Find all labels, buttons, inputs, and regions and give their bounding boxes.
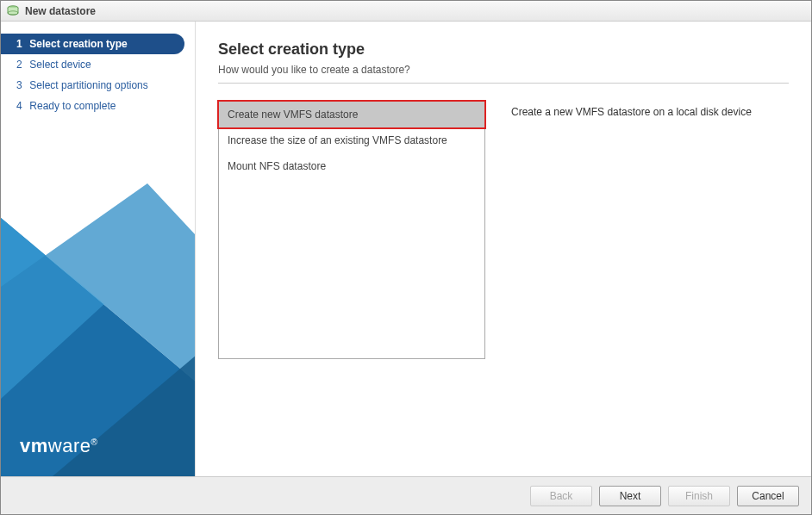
option-description: Create a new VMFS datastore on a local d… <box>511 101 789 359</box>
datastore-icon <box>6 4 20 18</box>
svg-marker-5 <box>53 356 196 476</box>
option-increase-vmfs-size[interactable]: Increase the size of an existing VMFS da… <box>219 127 484 153</box>
option-create-new-vmfs[interactable]: Create new VMFS datastore <box>219 102 484 127</box>
creation-type-list: Create new VMFS datastore Increase the s… <box>218 101 485 359</box>
wizard-sidebar: 1 Select creation type 2 Select device 3… <box>1 22 196 476</box>
option-mount-nfs[interactable]: Mount NFS datastore <box>219 153 484 179</box>
step-ready-to-complete[interactable]: 4 Ready to complete <box>1 96 195 116</box>
back-button[interactable]: Back <box>530 486 592 506</box>
cancel-button[interactable]: Cancel <box>737 486 799 506</box>
svg-marker-2 <box>1 218 196 476</box>
dialog-footer: Back Next Finish Cancel <box>1 476 811 514</box>
vmware-logo: vmware® <box>20 435 97 457</box>
new-datastore-dialog: New datastore 1 Select creation type 2 S… <box>0 0 812 515</box>
finish-button[interactable]: Finish <box>668 486 730 506</box>
step-select-creation-type[interactable]: 1 Select creation type <box>1 34 184 54</box>
step-label: Ready to complete <box>29 100 116 112</box>
step-select-device[interactable]: 2 Select device <box>1 54 195 75</box>
wizard-steps: 1 Select creation type 2 Select device 3… <box>1 22 195 116</box>
svg-marker-3 <box>1 183 196 382</box>
page-subtitle: How would you like to create a datastore… <box>218 64 789 84</box>
step-select-partitioning-options[interactable]: 3 Select partitioning options <box>1 75 195 96</box>
svg-marker-4 <box>1 218 104 399</box>
dialog-body: 1 Select creation type 2 Select device 3… <box>1 22 811 476</box>
content-row: Create new VMFS datastore Increase the s… <box>218 101 789 359</box>
sidebar-background-art <box>1 183 196 476</box>
step-label: Select partitioning options <box>29 79 147 91</box>
window-title: New datastore <box>25 5 96 17</box>
next-button[interactable]: Next <box>599 486 661 506</box>
titlebar: New datastore <box>1 1 811 22</box>
main-panel: Select creation type How would you like … <box>196 22 811 476</box>
step-label: Select device <box>29 59 91 71</box>
page-title: Select creation type <box>218 40 789 59</box>
step-label: Select creation type <box>29 38 127 50</box>
